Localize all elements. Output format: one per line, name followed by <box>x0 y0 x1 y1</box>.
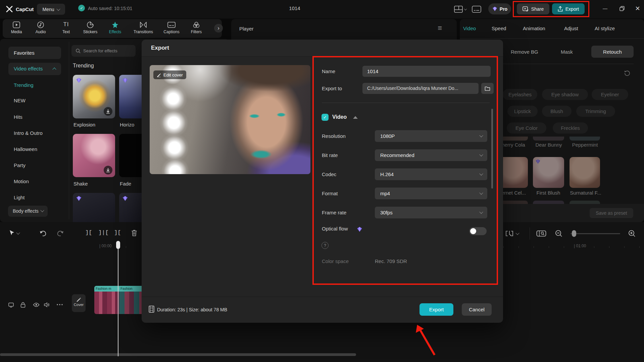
sidebar-item-new[interactable]: NEW <box>14 98 26 103</box>
timeline-zoom-slider[interactable] <box>571 233 620 234</box>
effects-search-input[interactable]: Search for effects <box>71 45 136 57</box>
split-right-icon[interactable]: ][ <box>114 229 121 236</box>
retouch-pill-eyelashes[interactable]: Eyelashes <box>503 89 537 100</box>
tab-transitions[interactable]: Transitions <box>131 21 156 34</box>
bitrate-select[interactable]: Recommended <box>375 149 487 161</box>
tab-video[interactable]: Video <box>463 25 476 31</box>
layout-switch-button[interactable] <box>454 6 466 13</box>
mute-speaker-icon[interactable] <box>44 302 50 308</box>
cover-button[interactable]: Cover <box>72 294 86 312</box>
effect-tile-partial[interactable] <box>73 193 115 222</box>
format-select[interactable]: mp4 <box>375 188 487 199</box>
split-icon[interactable]: ]|[ <box>98 229 109 236</box>
undo-button[interactable] <box>40 230 47 237</box>
effect-tile-shake[interactable] <box>73 134 115 177</box>
optical-flow-toggle[interactable] <box>469 227 487 235</box>
subtab-retouch[interactable]: Retouch <box>591 46 634 58</box>
preset-thumb-first-blush[interactable] <box>533 157 564 188</box>
timeline-h-scrollbar[interactable] <box>0 353 356 356</box>
browse-folder-button[interactable] <box>481 83 494 94</box>
collapse-section-icon[interactable] <box>353 116 358 119</box>
preset-thumb-partial[interactable] <box>499 137 528 141</box>
preset-thumb-partial[interactable] <box>569 201 600 204</box>
video-checkbox[interactable]: ✓ <box>321 114 329 121</box>
sidebar-item-halloween[interactable]: Halloween <box>14 146 37 152</box>
download-icon[interactable] <box>104 166 112 174</box>
sidebar-item-party[interactable]: Party <box>14 162 26 168</box>
export-path-input[interactable]: C:/Users/user/Downloads/Iqra Muneer Do..… <box>362 83 479 94</box>
framerate-select[interactable]: 30fps <box>375 207 487 218</box>
tab-audio[interactable]: Audio <box>30 21 51 34</box>
cancel-button[interactable]: Cancel <box>462 303 492 316</box>
help-icon[interactable]: ? <box>321 242 329 249</box>
retouch-pill-trimming[interactable]: Trimming <box>576 106 615 117</box>
subtab-mask[interactable]: Mask <box>561 49 573 55</box>
preset-thumb-surnatural[interactable] <box>569 157 600 188</box>
retouch-pill-blush[interactable]: Blush <box>542 106 572 117</box>
tab-text[interactable]: TI Text <box>55 21 77 34</box>
eye-icon[interactable] <box>33 302 40 307</box>
select-tool-button[interactable] <box>8 229 19 237</box>
ribbon-more-button[interactable]: › <box>214 24 223 33</box>
sidebar-item-favorites[interactable]: Favorites <box>8 47 61 59</box>
sidebar-item-trending[interactable]: Trending <box>14 82 34 88</box>
zoom-out-button[interactable] <box>555 230 562 237</box>
preset-thumb-partial[interactable] <box>499 201 528 204</box>
sidebar-group-body-effects[interactable]: Body effects <box>8 206 48 217</box>
preset-thumb-partial[interactable] <box>569 137 600 141</box>
zoom-in-button[interactable] <box>628 230 636 237</box>
share-button[interactable]: Share <box>517 3 549 14</box>
tab-effects[interactable]: Effects <box>104 21 126 34</box>
preview-frames-button[interactable] <box>536 229 546 238</box>
export-button-top[interactable]: Export <box>552 3 585 14</box>
tab-filters[interactable]: Filters <box>186 21 207 34</box>
effect-tile-explosion[interactable] <box>73 75 115 118</box>
redo-button[interactable] <box>56 230 64 237</box>
export-confirm-button[interactable]: Export <box>419 303 453 316</box>
codec-select[interactable]: H.264 <box>375 168 487 180</box>
tab-stickers[interactable]: Stickers <box>80 21 101 34</box>
retouch-pill-lipstick[interactable]: Lipstick <box>507 106 538 117</box>
subtab-remove-bg[interactable]: Remove BG <box>511 49 538 55</box>
preset-thumb-partial[interactable] <box>533 137 564 141</box>
close-button[interactable]: × <box>632 2 643 15</box>
tab-ai-stylize[interactable]: AI stylize <box>595 25 615 31</box>
timeline-clip[interactable]: Fashion m <box>94 286 119 314</box>
sidebar-group-video-effects[interactable]: Video effects <box>8 63 61 75</box>
retouch-pill-eyeliner[interactable]: Eyeliner <box>592 89 628 100</box>
maximize-button[interactable] <box>616 3 628 14</box>
name-input[interactable] <box>362 66 491 77</box>
preset-thumb-internet-celebrity[interactable] <box>499 157 528 188</box>
tab-adjust[interactable]: Adjust <box>564 25 578 31</box>
sidebar-item-motion[interactable]: Motion <box>14 178 29 184</box>
preset-thumb-partial[interactable] <box>533 201 564 204</box>
tab-speed[interactable]: Speed <box>492 25 506 31</box>
hamburger-icon[interactable]: ≡ <box>438 24 442 33</box>
retouch-pill-eye-color[interactable]: Eye Color <box>507 122 546 134</box>
tab-captions[interactable]: Captions <box>160 21 183 34</box>
delete-button[interactable] <box>131 229 138 237</box>
panel-toggle-button[interactable] <box>472 6 481 13</box>
tab-media[interactable]: Media <box>6 21 27 34</box>
playhead-line[interactable] <box>118 248 118 356</box>
playhead-handle[interactable] <box>116 241 120 249</box>
dialog-scrollbar[interactable] <box>491 109 493 189</box>
minimize-button[interactable]: — <box>599 3 611 14</box>
sidebar-item-light[interactable]: Light <box>14 195 25 200</box>
sidebar-item-intro-outro[interactable]: Intro & Outro <box>14 130 43 136</box>
edit-cover-button[interactable]: Edit cover <box>153 70 186 79</box>
track-collapse-icon[interactable] <box>8 302 14 308</box>
tab-animation[interactable]: Animation <box>523 25 545 31</box>
resolution-select[interactable]: 1080P <box>375 130 487 142</box>
track-mode-button[interactable] <box>505 230 519 237</box>
pro-button[interactable]: Pro <box>488 3 511 14</box>
menu-button[interactable]: Menu <box>37 4 65 15</box>
retouch-pill-eye-shadow[interactable]: Eye shadow <box>542 89 588 100</box>
lock-icon[interactable] <box>20 302 26 308</box>
download-icon[interactable] <box>104 107 112 116</box>
save-as-preset-button[interactable]: Save as preset <box>590 208 633 218</box>
split-left-icon[interactable]: ][ <box>85 229 92 236</box>
sidebar-item-hits[interactable]: Hits <box>14 114 22 120</box>
slider-knob[interactable] <box>572 230 576 237</box>
reset-icon[interactable] <box>624 70 630 76</box>
